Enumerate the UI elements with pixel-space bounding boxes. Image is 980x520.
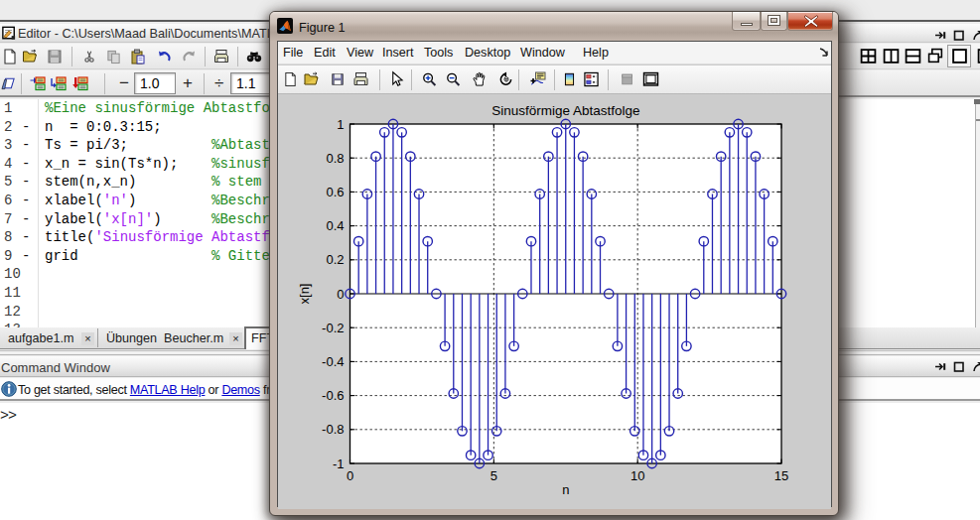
svg-text:0.2: 0.2 [326,252,344,267]
svg-text:10: 10 [630,468,644,483]
svg-text:-1: -1 [333,455,345,470]
svg-text:0.8: 0.8 [326,150,344,165]
svg-text:15: 15 [774,468,788,483]
svg-text:-0.4: -0.4 [322,353,344,368]
svg-text:5: 5 [490,468,497,483]
svg-text:1: 1 [337,116,344,131]
svg-text:x[n]: x[n] [297,283,312,304]
svg-text:Sinusförmige Abtastfolge: Sinusförmige Abtastfolge [491,102,639,117]
svg-text:0: 0 [337,286,344,301]
svg-text:0.6: 0.6 [326,184,344,198]
svg-text:0: 0 [347,468,353,483]
svg-text:n: n [562,482,569,497]
svg-text:-0.2: -0.2 [322,320,344,334]
svg-text:0.4: 0.4 [326,218,344,233]
svg-text:-0.8: -0.8 [322,422,344,437]
svg-text:-0.6: -0.6 [322,388,344,403]
